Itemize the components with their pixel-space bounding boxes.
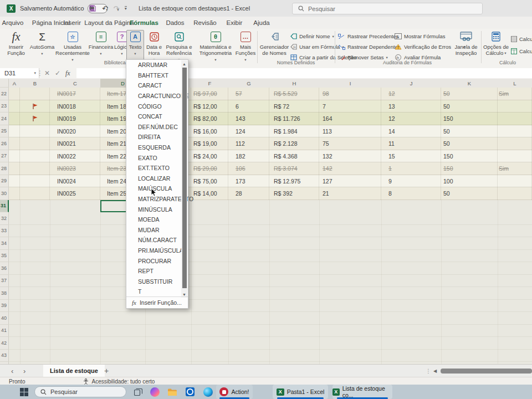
ribbon-tab-dados[interactable]: Dados <box>163 17 187 29</box>
row-header-31[interactable]: 31 <box>0 200 9 213</box>
cell-K25[interactable]: 50 <box>441 125 498 138</box>
define-name-button[interactable]: Definir Nome▾ <box>290 32 334 41</box>
dropdown-item-localizar[interactable]: LOCALIZAR <box>126 173 188 184</box>
show-formulas-button[interactable]: fx Mostrar Fórmulas <box>395 32 445 41</box>
dropdown-item-t[interactable]: T <box>126 287 188 297</box>
cell-L23[interactable] <box>498 100 532 113</box>
excel-window-button-2[interactable]: X Lista de estoque co... <box>332 385 392 399</box>
cell-G28[interactable]: 106 <box>228 162 269 175</box>
cell-B23[interactable] <box>20 100 50 113</box>
cell-L25[interactable] <box>498 125 532 138</box>
cell-I25[interactable]: 113 <box>319 125 381 138</box>
cell-I29[interactable]: 127 <box>319 175 381 188</box>
cell-B28[interactable] <box>20 162 50 175</box>
sheet-tab-lista-de-estoque[interactable]: Lista de estoque <box>43 365 105 378</box>
cell-F27[interactable]: R$ 24,00 <box>191 150 228 163</box>
cell-A28[interactable] <box>9 162 20 175</box>
trace-precedents-button[interactable]: Rastrear Precedentes <box>338 32 398 41</box>
cell-H23[interactable]: R$ 72 <box>269 100 319 113</box>
formula-bar-handle[interactable]: ⋮ <box>37 68 43 79</box>
insert-function-fx-button[interactable]: fx <box>65 68 70 79</box>
cell-K27[interactable]: 150 <box>441 150 498 163</box>
cell-G22[interactable]: 57 <box>228 88 269 100</box>
trace-dependents-button[interactable]: Rastrear Dependentes <box>338 42 401 52</box>
dropdown-item-ext-texto[interactable]: EXT.TEXTO <box>126 163 188 173</box>
cell-L28[interactable]: Sim <box>498 162 532 175</box>
dropdown-item-rept[interactable]: REPT <box>126 266 188 277</box>
cell-K22[interactable]: 50 <box>441 88 498 100</box>
cell-I27[interactable]: 132 <box>319 150 381 163</box>
cell-I23[interactable]: 7 <box>319 100 381 113</box>
dropdown-scrollbar[interactable]: ▲ ▼ <box>181 60 187 298</box>
calculate-sheet-button[interactable]: Calcular Planilha <box>511 47 532 56</box>
cell-B22[interactable] <box>20 88 50 100</box>
column-header-l[interactable]: L <box>498 79 532 88</box>
cell-C28[interactable]: IN0023 <box>50 162 100 175</box>
cell-H30[interactable]: R$ 392 <box>269 187 319 200</box>
dropdown-item-n-m-caract[interactable]: NÚM.CARACT <box>126 235 188 245</box>
cell-G24[interactable]: 143 <box>228 112 269 125</box>
row-header-35[interactable]: 35 <box>0 250 9 263</box>
row-header-22[interactable]: 22 <box>0 88 9 100</box>
cell-A24[interactable] <box>9 112 20 125</box>
dropdown-item-mudar[interactable]: MUDAR <box>126 225 188 236</box>
cell-F30[interactable]: R$ 14,00 <box>191 187 228 200</box>
cell-I22[interactable]: 98 <box>319 88 381 100</box>
cell-J27[interactable]: 15 <box>381 150 441 163</box>
enter-button[interactable]: ✓ <box>55 68 60 79</box>
cell-C30[interactable]: IN0025 <box>50 187 100 200</box>
row-header-24[interactable]: 24 <box>0 112 9 125</box>
excel-window-button-1[interactable]: X Pasta1 - Excel <box>273 385 328 399</box>
cell-I30[interactable]: 21 <box>319 187 381 200</box>
cell-L30[interactable] <box>498 187 532 200</box>
cell-L22[interactable]: Sim <box>498 88 532 100</box>
row-header-42[interactable]: 42 <box>0 337 9 350</box>
undo-button[interactable]: ↶▾ <box>102 4 108 13</box>
select-all-corner[interactable] <box>0 79 9 88</box>
cell-F25[interactable]: R$ 16,00 <box>191 125 228 138</box>
row-header-25[interactable]: 25 <box>0 125 9 138</box>
outlook-button[interactable] <box>183 385 197 399</box>
cell-J30[interactable]: 8 <box>381 187 441 200</box>
ribbon-tab-f-rmulas[interactable]: Fórmulas <box>129 17 160 30</box>
name-box[interactable]: D31 ▾ <box>0 68 39 78</box>
dropdown-item-def-n-m-dec[interactable]: DEF.NÚM.DEC <box>126 122 188 132</box>
row-header-29[interactable]: 29 <box>0 175 9 188</box>
row-header-43[interactable]: 43 <box>0 350 9 362</box>
cell-G23[interactable]: 6 <box>228 100 269 113</box>
cell-F22[interactable]: R$ 97,00 <box>191 88 228 100</box>
cell-A23[interactable] <box>9 100 20 113</box>
redo-button[interactable]: ↷▾ <box>113 4 119 13</box>
customize-qat-icon[interactable]: ▾ <box>125 6 127 11</box>
calculate-now-button[interactable]: Calcular Agora <box>511 34 532 44</box>
cell-A26[interactable] <box>9 137 20 150</box>
cell-C22[interactable]: IN0017 <box>50 88 100 100</box>
cell-K30[interactable]: 50 <box>441 187 498 200</box>
hscroll-left-icon[interactable]: ◀ <box>433 365 437 377</box>
cell-F23[interactable]: R$ 12,00 <box>191 100 228 113</box>
dropdown-item-substituir[interactable]: SUBSTITUIR <box>126 276 188 287</box>
column-header-c[interactable]: C <box>50 79 101 88</box>
row-header-28[interactable]: 28 <box>0 162 9 175</box>
ribbon-tab-exibir[interactable]: Exibir <box>223 17 246 29</box>
row-header-39[interactable]: 39 <box>0 300 9 313</box>
dropdown-item-concat[interactable]: CONCAT <box>126 111 188 122</box>
dropdown-item-caractunicode[interactable]: CARACTUNICODE <box>126 91 188 101</box>
cell-H28[interactable]: R$ 3.074 <box>269 162 319 175</box>
cell-K23[interactable]: 50 <box>441 100 498 113</box>
cell-J26[interactable]: 11 <box>381 137 441 150</box>
column-header-g[interactable]: G <box>228 79 270 88</box>
row-header-23[interactable]: 23 <box>0 100 9 113</box>
column-header-b[interactable]: B <box>20 79 50 88</box>
row-header-34[interactable]: 34 <box>0 237 9 250</box>
cell-I26[interactable]: 75 <box>319 137 381 150</box>
insert-function-menu-item[interactable]: fx Inserir Função... <box>126 296 188 308</box>
use-in-formula-button[interactable]: fx Usar em Fórmula▾ <box>290 42 344 52</box>
column-header-h[interactable]: H <box>269 79 320 88</box>
cell-H26[interactable]: R$ 2.128 <box>269 137 319 150</box>
edge-button[interactable] <box>201 385 215 399</box>
cell-K24[interactable]: 150 <box>441 112 498 125</box>
column-header-k[interactable]: K <box>441 79 498 88</box>
cell-J29[interactable]: 9 <box>381 175 441 188</box>
column-header-f[interactable]: F <box>191 79 229 88</box>
